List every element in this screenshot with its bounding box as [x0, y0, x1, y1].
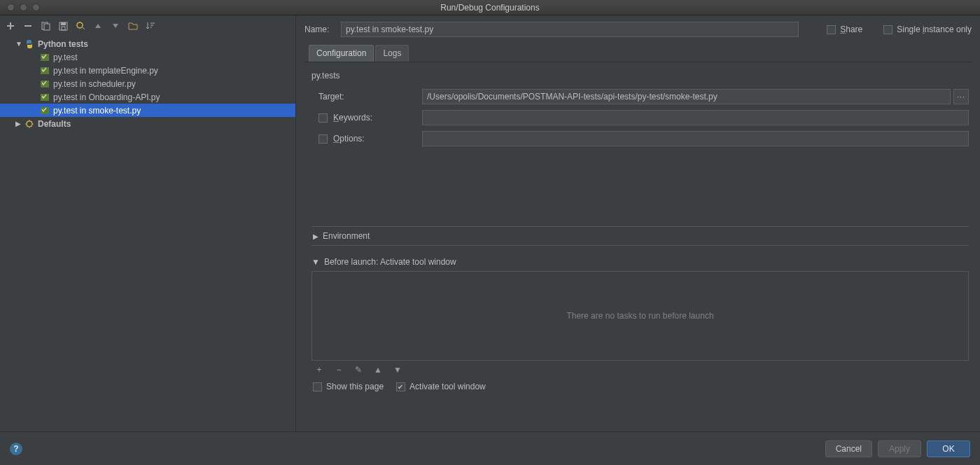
config-tree: ▼ Python tests py.test py.test in templa…	[0, 34, 295, 431]
tree-item[interactable]: py.test in scheduler.py	[0, 77, 295, 90]
activate-tool-window-checkbox[interactable]: Activate tool window	[396, 382, 486, 391]
before-launch-label: Before launch: Activate tool window	[324, 257, 456, 267]
tab-logs[interactable]: Logs	[375, 45, 409, 62]
svg-rect-6	[41, 54, 49, 61]
environment-section-header[interactable]: ▶ Environment	[312, 226, 969, 246]
pytest-icon	[39, 92, 50, 103]
save-config-icon[interactable]	[58, 21, 68, 31]
tree-item[interactable]: py.test in Onboarding-API.py	[0, 90, 295, 104]
tree-item-label: py.test	[52, 53, 77, 62]
keywords-checkbox[interactable]	[318, 113, 328, 123]
edit-task-icon[interactable]: ✎	[354, 365, 363, 375]
config-tabs: Configuration Logs	[304, 45, 972, 62]
options-checkbox[interactable]	[318, 134, 328, 144]
collapse-icon: ▶	[313, 233, 318, 240]
move-up-icon[interactable]	[93, 21, 103, 31]
svg-rect-10	[41, 107, 49, 114]
collapse-icon: ▼	[312, 257, 320, 267]
pytest-icon	[39, 78, 50, 90]
configurations-sidebar: ▼ Python tests py.test py.test in templa…	[0, 15, 296, 431]
svg-rect-7	[41, 67, 49, 74]
show-this-page-label: Show this page	[326, 382, 384, 391]
svg-rect-4	[62, 27, 65, 30]
tab-configuration[interactable]: Configuration	[309, 45, 374, 62]
pytest-icon	[39, 65, 50, 76]
tree-item[interactable]: py.test in templateEngine.py	[0, 64, 295, 77]
sidebar-toolbar	[0, 18, 295, 34]
options-label: Options:	[333, 134, 365, 144]
target-label: Target:	[318, 92, 344, 102]
ok-button[interactable]: OK	[927, 440, 970, 457]
config-editor: Name: Share Single instance only Configu…	[296, 15, 980, 431]
single-instance-checkbox[interactable]: Single instance only	[883, 25, 972, 34]
tree-group-label: Defaults	[36, 119, 71, 129]
pytest-icon	[39, 52, 50, 63]
move-task-down-icon[interactable]: ▼	[393, 365, 402, 375]
sort-icon[interactable]	[146, 21, 155, 31]
window-title: Run/Debug Configurations	[0, 3, 980, 13]
python-icon	[24, 39, 35, 50]
tree-group-python-tests[interactable]: ▼ Python tests	[0, 37, 295, 50]
svg-rect-1	[44, 24, 50, 30]
svg-rect-8	[41, 81, 49, 88]
before-launch-tasks: There are no tasks to run before launch	[312, 271, 969, 361]
folder-icon[interactable]	[128, 21, 138, 31]
svg-rect-9	[41, 94, 49, 101]
help-button[interactable]: ?	[10, 443, 22, 455]
cancel-button[interactable]: Cancel	[825, 440, 872, 457]
remove-config-icon[interactable]	[23, 21, 33, 31]
options-input[interactable]	[422, 131, 969, 146]
tree-item[interactable]: py.test	[0, 50, 295, 64]
tree-item-label: py.test in smoke-test.py	[52, 106, 141, 116]
activate-tool-window-label: Activate tool window	[410, 382, 486, 391]
target-input[interactable]	[422, 89, 951, 104]
defaults-icon	[24, 118, 35, 130]
remove-task-icon[interactable]: −	[334, 365, 344, 375]
keywords-label: Keywords:	[333, 113, 372, 123]
dialog-footer: ? Cancel Apply OK	[0, 431, 980, 465]
tree-item-label: py.test in Onboarding-API.py	[52, 92, 160, 102]
expand-icon[interactable]: ▼	[15, 40, 24, 48]
edit-defaults-icon[interactable]	[76, 21, 85, 31]
apply-button[interactable]: Apply	[878, 440, 921, 457]
browse-button[interactable]: ···	[953, 89, 969, 104]
svg-rect-3	[61, 22, 66, 25]
expand-icon[interactable]: ▶	[15, 120, 24, 127]
show-this-page-checkbox[interactable]: Show this page	[313, 382, 384, 391]
add-config-icon[interactable]	[6, 21, 15, 31]
tree-item-selected[interactable]: py.test in smoke-test.py	[0, 104, 295, 117]
copy-config-icon[interactable]	[41, 21, 50, 31]
section-title: py.tests	[312, 68, 969, 86]
tree-item-label: py.test in templateEngine.py	[52, 66, 158, 76]
tree-group-label: Python tests	[36, 39, 88, 49]
name-label: Name:	[304, 25, 334, 34]
keywords-input[interactable]	[422, 110, 969, 125]
pytests-section: py.tests Target: ··· Keywords:	[304, 62, 972, 394]
move-down-icon[interactable]	[111, 21, 120, 31]
add-task-icon[interactable]: +	[314, 365, 324, 375]
share-label: hare	[846, 25, 862, 34]
pytest-icon	[39, 105, 50, 116]
titlebar: Run/Debug Configurations	[0, 0, 980, 15]
name-input[interactable]	[341, 22, 799, 37]
before-launch-header[interactable]: ▼ Before launch: Activate tool window	[312, 257, 969, 267]
tree-item-label: py.test in scheduler.py	[52, 79, 136, 89]
no-tasks-label: There are no tasks to run before launch	[566, 311, 713, 321]
share-checkbox[interactable]: Share	[827, 25, 862, 34]
run-debug-configurations-dialog: Run/Debug Configurations	[0, 0, 980, 465]
move-task-up-icon[interactable]: ▲	[373, 365, 383, 375]
tree-group-defaults[interactable]: ▶ Defaults	[0, 117, 295, 130]
environment-label: Environment	[323, 231, 370, 241]
tasks-toolbar: + − ✎ ▲ ▼	[312, 361, 969, 379]
